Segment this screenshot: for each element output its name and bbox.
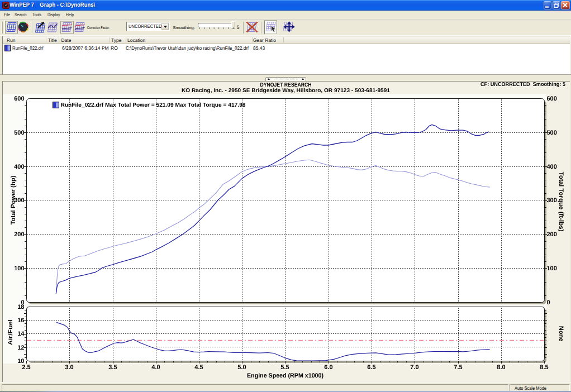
svg-text:12: 12 bbox=[17, 345, 24, 351]
svg-text:4.0: 4.0 bbox=[151, 364, 160, 371]
svg-text:600: 600 bbox=[547, 95, 557, 102]
svg-text:5.5: 5.5 bbox=[280, 364, 289, 371]
svg-text:7.5: 7.5 bbox=[454, 364, 462, 371]
svg-text:300: 300 bbox=[547, 197, 557, 204]
svg-text:100: 100 bbox=[14, 265, 24, 272]
svg-text:0: 0 bbox=[547, 299, 550, 306]
svg-text:Engine Speed (RPM x1000): Engine Speed (RPM x1000) bbox=[247, 372, 323, 379]
svg-text:400: 400 bbox=[547, 164, 557, 170]
svg-text:KO Racing, Inc. - 2950 SE Brid: KO Racing, Inc. - 2950 SE Bridgeside Way… bbox=[182, 88, 390, 94]
svg-text:6.0: 6.0 bbox=[324, 364, 332, 371]
svg-text:8.0: 8.0 bbox=[497, 364, 505, 371]
svg-text:7.0: 7.0 bbox=[410, 364, 418, 371]
svg-text:18: 18 bbox=[17, 304, 24, 310]
svg-text:Air/Fuel: Air/Fuel bbox=[7, 319, 14, 345]
svg-text:2.5: 2.5 bbox=[22, 364, 30, 371]
svg-text:RunFile_022.drf Max Total Powe: RunFile_022.drf Max Total Power = 521.09… bbox=[61, 102, 246, 108]
svg-text:200: 200 bbox=[547, 231, 557, 238]
svg-text:200: 200 bbox=[14, 231, 24, 238]
svg-text:4.5: 4.5 bbox=[194, 364, 203, 371]
svg-text:CF: UNCORRECTED Smoothing: 5: CF: UNCORRECTED Smoothing: 5 bbox=[480, 82, 565, 88]
svg-text:8.5: 8.5 bbox=[540, 364, 548, 371]
svg-text:500: 500 bbox=[14, 130, 24, 136]
svg-text:DYNOJET RESEARCH: DYNOJET RESEARCH bbox=[260, 82, 312, 88]
svg-text:600: 600 bbox=[14, 95, 24, 102]
svg-text:400: 400 bbox=[14, 164, 24, 170]
svg-text:Total Power (hp): Total Power (hp) bbox=[10, 175, 17, 224]
svg-text:3.0: 3.0 bbox=[65, 364, 73, 371]
svg-text:3.5: 3.5 bbox=[108, 364, 117, 371]
svg-text:16: 16 bbox=[17, 317, 24, 324]
svg-text:500: 500 bbox=[547, 130, 557, 136]
svg-text:14: 14 bbox=[17, 331, 25, 337]
svg-text:None: None bbox=[558, 326, 564, 342]
svg-text:6.5: 6.5 bbox=[367, 364, 375, 371]
svg-text:5.0: 5.0 bbox=[237, 364, 246, 371]
svg-text:100: 100 bbox=[547, 265, 557, 272]
svg-text:Total Torque (ft-lbs): Total Torque (ft-lbs) bbox=[558, 172, 564, 232]
